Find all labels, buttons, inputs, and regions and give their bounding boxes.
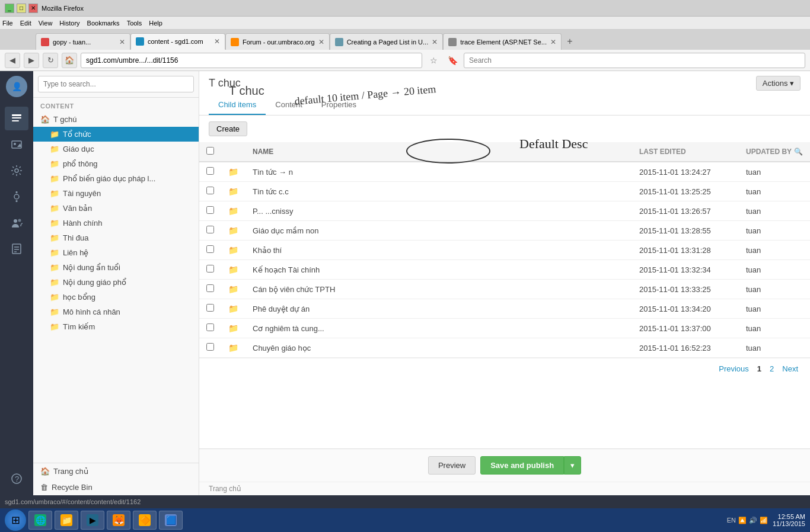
sidebar-icon-media[interactable]: [5, 133, 28, 156]
create-button[interactable]: Create: [209, 121, 247, 136]
row-checkbox-7[interactable]: [206, 284, 214, 292]
minimize-btn[interactable]: _: [5, 4, 14, 13]
row-name-6[interactable]: Kế hoạch Tài chính: [245, 260, 632, 280]
new-tab-btn[interactable]: +: [562, 33, 578, 50]
row-name-7[interactable]: Cán bộ viên chức TPTH: [245, 280, 632, 299]
menu-tools[interactable]: Tools: [127, 20, 142, 27]
reload-btn[interactable]: ↻: [43, 53, 58, 68]
tree-item-giao-duc[interactable]: 📁 Giáo dục: [33, 142, 199, 156]
row-checkbox-1[interactable]: [206, 167, 214, 175]
table-row[interactable]: 📁 Tìn tức → n 2015-11-01 13:24:27 tuan: [199, 162, 810, 182]
save-publish-dropdown-btn[interactable]: ▾: [564, 456, 581, 475]
row-name-9[interactable]: Cơ nghiêm tà cung...: [245, 319, 632, 338]
close-btn[interactable]: ✕: [28, 4, 38, 13]
tab-child-items[interactable]: Child items: [209, 95, 266, 115]
select-all-checkbox[interactable]: [206, 147, 214, 155]
tree-recycle-item[interactable]: 🗑 Recycle Bin: [33, 479, 199, 495]
row-name-4[interactable]: Giáo dục mầm non: [245, 221, 632, 241]
taskbar-explorer[interactable]: 📁: [55, 511, 78, 530]
row-checkbox-8[interactable]: [206, 304, 214, 312]
menu-file[interactable]: File: [2, 20, 13, 27]
tab-trace[interactable]: trace Element (ASP.NET Se... ✕: [443, 33, 562, 50]
taskbar-app1[interactable]: 🔶: [133, 511, 157, 530]
row-name-8[interactable]: Phê duyệt dự án: [245, 299, 632, 319]
maximize-btn[interactable]: □: [17, 4, 26, 13]
taskbar-player[interactable]: ▶: [81, 511, 104, 530]
tree-item-noi-dung-an-tuoi[interactable]: 📁 Nội dung ẩn tuổi: [33, 260, 199, 275]
tree-item-thi-dua[interactable]: 📁 Thi đua: [33, 230, 199, 245]
tree-root-item[interactable]: 🏠 T gchú: [33, 112, 199, 127]
row-checkbox-4[interactable]: [206, 226, 214, 233]
tab-content[interactable]: Content: [266, 95, 312, 115]
search-bar[interactable]: [464, 53, 805, 68]
pagination-next[interactable]: Next: [780, 363, 801, 374]
actions-button[interactable]: Actions ▾: [756, 76, 801, 91]
tree-item-to-chuc[interactable]: 📁 Tổ chức: [33, 127, 199, 142]
table-row[interactable]: 📁 Cán bộ viên chức TPTH 2015-11-01 13:33…: [199, 280, 810, 299]
menu-view[interactable]: View: [39, 20, 53, 27]
save-publish-button[interactable]: Save and publish: [480, 456, 564, 475]
row-checkbox-9[interactable]: [206, 323, 214, 331]
pagination-page-2[interactable]: 2: [767, 363, 776, 374]
row-checkbox-2[interactable]: [206, 187, 214, 194]
user-avatar[interactable]: 👤: [6, 76, 27, 97]
row-name-3[interactable]: P... ...cnissy: [245, 201, 632, 221]
back-btn[interactable]: ◀: [5, 53, 20, 68]
tab-paged-list[interactable]: Creating a Paged List in U... ✕: [330, 33, 444, 50]
tree-item-mo-hinh[interactable]: 📁 Mô hình cá nhân: [33, 305, 199, 319]
th-last-edited[interactable]: LAST EDITED: [632, 142, 739, 162]
table-row[interactable]: 📁 Tìn tức c.c 2015-11-01 13:25:25 tuan: [199, 182, 810, 201]
home-nav-btn[interactable]: 🏠: [62, 53, 77, 68]
tab-forum-umbraco[interactable]: Forum - our.umbraco.org ✕: [225, 33, 330, 50]
tree-item-pho-thong[interactable]: 📁 phổ thông: [33, 156, 199, 171]
bookmark-btn[interactable]: 🔖: [445, 53, 460, 68]
start-button[interactable]: ⊞: [5, 509, 26, 531]
tab-content-sgd1[interactable]: content - sgd1.com ✕: [130, 33, 225, 50]
table-row[interactable]: 📁 Phê duyệt dự án 2015-11-01 13:34:20 tu…: [199, 299, 810, 319]
sidebar-icon-forms[interactable]: [5, 237, 28, 261]
tree-home-item[interactable]: 🏠 Trang chủ: [33, 463, 199, 479]
taskbar-ie[interactable]: 🌐: [28, 511, 52, 530]
sidebar-icon-help[interactable]: ?: [5, 467, 28, 491]
preview-button[interactable]: Preview: [428, 456, 476, 475]
row-checkbox-6[interactable]: [206, 265, 214, 273]
tree-item-lien-ho[interactable]: 📁 Liên hệ: [33, 245, 199, 260]
forward-btn[interactable]: ▶: [24, 53, 39, 68]
table-row[interactable]: 📁 Chuyên giáo học 2015-11-01 16:52:23 tu…: [199, 338, 810, 358]
tree-item-pho-bien[interactable]: 📁 Phổ biến giáo dục pháp l...: [33, 171, 199, 186]
table-row[interactable]: 📁 P... ...cnissy 2015-11-01 13:26:57 tua…: [199, 201, 810, 221]
menu-history[interactable]: History: [59, 20, 79, 27]
table-row[interactable]: 📁 Khảo thí 2015-11-01 13:31:28 tuan: [199, 241, 810, 260]
menu-help[interactable]: Help: [149, 20, 162, 27]
row-checkbox-10[interactable]: [206, 343, 214, 351]
pagination-previous[interactable]: Previous: [716, 363, 751, 374]
tree-item-tai-nguyen[interactable]: 📁 Tài nguyên: [33, 186, 199, 201]
column-search-icon[interactable]: 🔍: [794, 148, 803, 156]
row-name-5[interactable]: Khảo thí: [245, 241, 632, 260]
sidebar-icon-users[interactable]: [5, 211, 28, 235]
menu-bookmarks[interactable]: Bookmarks: [87, 20, 120, 27]
taskbar-firefox[interactable]: 🦊: [107, 511, 130, 530]
table-row[interactable]: 📁 Cơ nghiêm tà cung... 2015-11-01 13:37:…: [199, 319, 810, 338]
table-row[interactable]: 📁 Kế hoạch Tài chính 2015-11-01 13:32:34…: [199, 260, 810, 280]
address-bar[interactable]: [81, 53, 422, 68]
sidebar-icon-content[interactable]: [5, 107, 28, 130]
tree-item-van-ban[interactable]: 📁 Văn bản: [33, 201, 199, 216]
search-input[interactable]: [38, 76, 194, 92]
tree-item-tim-kiem[interactable]: 📁 Tìm kiếm: [33, 319, 199, 334]
tab-properties[interactable]: Properties: [312, 95, 366, 115]
menu-edit[interactable]: Edit: [20, 20, 31, 27]
tree-item-noi-dung-giao-pho[interactable]: 📁 Nội dung giáo phổ: [33, 275, 199, 290]
taskbar-vs[interactable]: 🟦: [159, 511, 183, 530]
pagination-page-1[interactable]: 1: [755, 363, 764, 374]
sidebar-icon-settings[interactable]: [5, 159, 28, 182]
table-row[interactable]: 📁 Giáo dục mầm non 2015-11-01 13:28:55 t…: [199, 221, 810, 241]
row-checkbox-3[interactable]: [206, 206, 214, 214]
row-name-10[interactable]: Chuyên giáo học: [245, 338, 632, 358]
row-checkbox-5[interactable]: [206, 245, 214, 253]
tab-gmail[interactable]: gopy - tuan... ✕: [36, 33, 130, 50]
tree-item-hanh-chinh[interactable]: 📁 Hành chính: [33, 216, 199, 230]
sidebar-icon-gear[interactable]: [5, 185, 28, 209]
row-name-1[interactable]: Tìn tức → n: [245, 162, 632, 182]
tree-item-hoc-bong[interactable]: 📁 học bổng: [33, 290, 199, 305]
